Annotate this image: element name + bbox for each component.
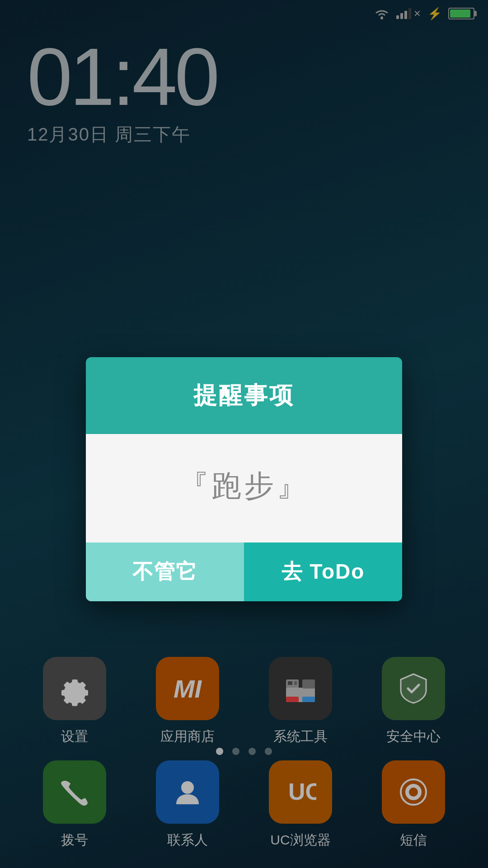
goto-todo-button[interactable]: 去 ToDo bbox=[244, 542, 402, 601]
dialog-title: 提醒事项 bbox=[104, 380, 384, 411]
dialog-actions: 不管它 去 ToDo bbox=[86, 542, 402, 601]
dismiss-button[interactable]: 不管它 bbox=[86, 542, 244, 601]
dialog-overlay: 提醒事项 『跑步』 不管它 去 ToDo bbox=[0, 0, 488, 868]
dialog-header: 提醒事项 bbox=[86, 357, 402, 434]
dialog-content: 『跑步』 bbox=[104, 466, 384, 506]
reminder-dialog: 提醒事项 『跑步』 不管它 去 ToDo bbox=[86, 357, 402, 601]
dialog-body: 『跑步』 bbox=[86, 434, 402, 542]
